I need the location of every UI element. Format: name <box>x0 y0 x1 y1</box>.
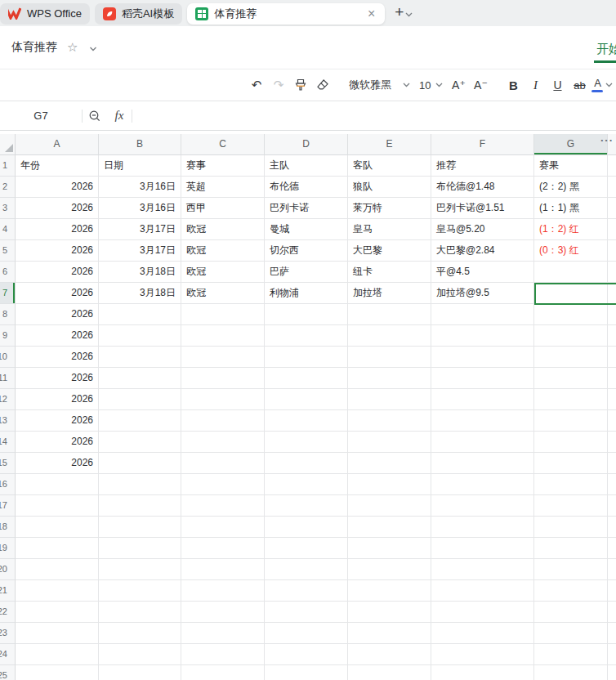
cell-D6[interactable]: 巴萨 <box>265 262 348 283</box>
cell-B19[interactable] <box>99 538 181 559</box>
cell-A4[interactable]: 2026 <box>16 219 99 240</box>
cell-F24[interactable] <box>431 644 534 665</box>
cell-F13[interactable] <box>431 410 534 432</box>
name-box[interactable]: G7 <box>0 110 82 122</box>
new-tab-button[interactable]: + <box>395 3 404 21</box>
cell-E23[interactable] <box>348 623 431 644</box>
row-header-6[interactable]: 6 <box>0 262 16 283</box>
cell-A22[interactable] <box>16 602 99 623</box>
cell-G12[interactable] <box>534 389 608 410</box>
cell-B21[interactable] <box>99 580 181 602</box>
cell-E22[interactable] <box>348 602 431 623</box>
cell-E19[interactable] <box>348 538 431 559</box>
cell-B23[interactable] <box>99 623 181 644</box>
column-header-C[interactable]: C <box>181 134 265 155</box>
formula-input[interactable] <box>132 101 616 130</box>
cell-D13[interactable] <box>265 410 348 432</box>
cell-B14[interactable] <box>99 432 181 453</box>
cell-G21[interactable] <box>534 580 608 602</box>
cell-C5[interactable]: 欧冠 <box>181 240 265 262</box>
cell-D20[interactable] <box>265 559 348 580</box>
cell-G13[interactable] <box>534 410 608 432</box>
title-chevron-down-icon[interactable] <box>89 40 97 55</box>
cell-C22[interactable] <box>181 602 265 623</box>
cell-C12[interactable] <box>181 389 265 410</box>
cell-G9[interactable] <box>534 325 608 347</box>
cell-E9[interactable] <box>348 325 431 347</box>
cell-B8[interactable] <box>99 304 181 325</box>
cell-F1[interactable]: 推荐 <box>431 155 534 177</box>
cell-G8[interactable] <box>534 304 608 325</box>
cell-G20[interactable] <box>534 559 608 580</box>
cell-F17[interactable] <box>431 495 534 517</box>
cell-B18[interactable] <box>99 517 181 538</box>
row-header-24[interactable]: 24 <box>0 644 16 665</box>
tab-docer-ai-templates[interactable]: 稻壳AI模板 <box>95 3 182 25</box>
cell-C25[interactable] <box>181 665 265 680</box>
undo-button[interactable]: ↶ <box>247 74 266 96</box>
cell-A9[interactable]: 2026 <box>16 325 99 347</box>
cell-G6[interactable] <box>534 262 608 283</box>
cell-F3[interactable]: 巴列卡诺@1.51 <box>431 198 534 219</box>
close-tab-icon[interactable]: × <box>366 7 377 20</box>
cell-G17[interactable] <box>534 495 608 517</box>
row-header-10[interactable]: 10 <box>0 347 16 368</box>
cell-C24[interactable] <box>181 644 265 665</box>
cell-F10[interactable] <box>431 347 534 368</box>
cell-C11[interactable] <box>181 368 265 389</box>
cell-E16[interactable] <box>348 474 431 495</box>
cell-C7[interactable]: 欧冠 <box>181 283 265 304</box>
cell-G7[interactable] <box>534 283 608 304</box>
cell-C4[interactable]: 欧冠 <box>181 219 265 240</box>
cell-E3[interactable]: 莱万特 <box>348 198 431 219</box>
row-header-17[interactable]: 17 <box>0 495 16 517</box>
cell-G2[interactable]: (2：2) 黑 <box>534 177 608 198</box>
row-header-23[interactable]: 23 <box>0 623 16 644</box>
column-header-A[interactable]: A <box>16 134 99 155</box>
cell-C8[interactable] <box>181 304 265 325</box>
cell-A7[interactable]: 2026 <box>16 283 99 304</box>
cell-G22[interactable] <box>534 602 608 623</box>
cell-E13[interactable] <box>348 410 431 432</box>
cell-A20[interactable] <box>16 559 99 580</box>
cell-B17[interactable] <box>99 495 181 517</box>
cell-E18[interactable] <box>348 517 431 538</box>
cell-A2[interactable]: 2026 <box>16 177 99 198</box>
cell-F18[interactable] <box>431 517 534 538</box>
cell-A19[interactable] <box>16 538 99 559</box>
cell-G19[interactable] <box>534 538 608 559</box>
cell-E6[interactable]: 纽卡 <box>348 262 431 283</box>
row-header-14[interactable]: 14 <box>0 432 16 453</box>
cell-A16[interactable] <box>16 474 99 495</box>
row-header-5[interactable]: 5 <box>0 240 16 262</box>
select-all-corner[interactable] <box>0 134 16 155</box>
cell-F7[interactable]: 加拉塔@9.5 <box>431 283 534 304</box>
increase-font-size-button[interactable]: A⁺ <box>449 74 468 96</box>
cell-A1[interactable]: 年份 <box>16 155 99 177</box>
cell-D18[interactable] <box>265 517 348 538</box>
cell-B6[interactable]: 3月18日 <box>99 262 181 283</box>
cell-B10[interactable] <box>99 347 181 368</box>
cell-A5[interactable]: 2026 <box>16 240 99 262</box>
cell-B9[interactable] <box>99 325 181 347</box>
cell-D7[interactable]: 利物浦 <box>265 283 348 304</box>
cell-E5[interactable]: 大巴黎 <box>348 240 431 262</box>
cell-C15[interactable] <box>181 453 265 474</box>
cell-A11[interactable]: 2026 <box>16 368 99 389</box>
row-header-4[interactable]: 4 <box>0 219 16 240</box>
cell-E25[interactable] <box>348 665 431 680</box>
cell-A14[interactable]: 2026 <box>16 432 99 453</box>
cell-E21[interactable] <box>348 580 431 602</box>
bold-button[interactable]: B <box>503 74 523 96</box>
cell-D19[interactable] <box>265 538 348 559</box>
cell-D9[interactable] <box>265 325 348 347</box>
cell-E10[interactable] <box>348 347 431 368</box>
cell-F5[interactable]: 大巴黎@2.84 <box>431 240 534 262</box>
cell-A13[interactable]: 2026 <box>16 410 99 432</box>
cell-A24[interactable] <box>16 644 99 665</box>
row-header-7[interactable]: 7 <box>0 283 16 304</box>
ribbon-tab-home[interactable]: 开始 <box>594 42 616 63</box>
cell-F16[interactable] <box>431 474 534 495</box>
cell-A15[interactable]: 2026 <box>16 453 99 474</box>
new-tab-chevron-down-icon[interactable] <box>405 6 413 20</box>
